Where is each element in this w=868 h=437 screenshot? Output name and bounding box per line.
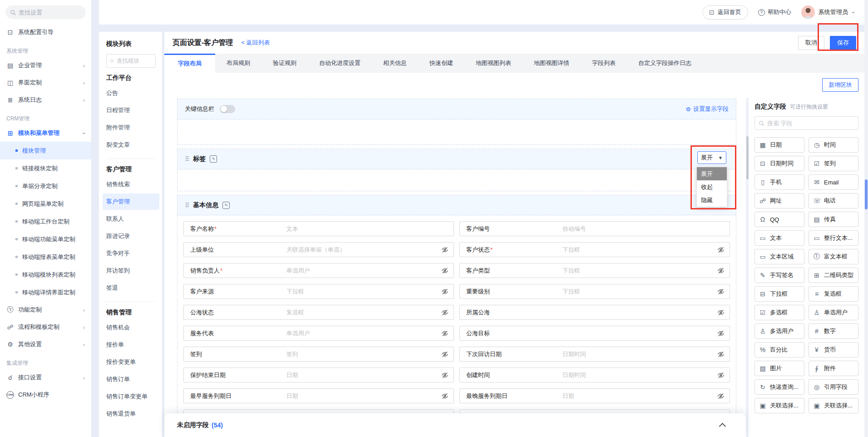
sidebar-subitem[interactable]: 链接模块定制	[5, 159, 86, 177]
tab-item[interactable]: 快速创建	[418, 54, 464, 73]
palette-field-button[interactable]: %百分比	[755, 342, 804, 358]
hide-field-icon[interactable]	[717, 351, 725, 358]
palette-field-button[interactable]: Ⓣ富文本框	[809, 249, 858, 264]
cancel-button[interactable]: 取消	[798, 36, 824, 50]
sidebar-subitem[interactable]: 移动端模块列表定制	[5, 266, 86, 283]
field-cell[interactable]: 销售负责人*单选用户	[183, 263, 454, 278]
field-cell[interactable]: 签到签到	[183, 347, 454, 362]
tab-item[interactable]: 自动化进度设置	[308, 54, 372, 73]
sidebar-item[interactable]: ☌接口设置›	[5, 369, 86, 386]
field-cell[interactable]: 最早服务到期日日期	[183, 388, 454, 403]
save-button[interactable]: 保存	[830, 36, 856, 50]
palette-field-button[interactable]: ♙单选用户	[809, 305, 858, 320]
hide-field-icon[interactable]	[717, 267, 725, 274]
window-scrollbar-thumb[interactable]	[865, 179, 868, 209]
sidebar-subitem[interactable]: 移动端报表菜单定制	[5, 248, 86, 266]
edit-section-icon[interactable]: ✎	[222, 202, 230, 209]
sidebar-subitem[interactable]: 网页端菜单定制	[5, 195, 86, 213]
module-item[interactable]: 销售退货单	[103, 406, 159, 422]
module-item[interactable]: 拜访签到	[103, 263, 159, 279]
field-cell[interactable]: 重要级别下拉框	[459, 284, 730, 299]
key-info-toggle[interactable]	[220, 105, 235, 113]
sidebar-subitem[interactable]: 移动端详情界面定制	[5, 283, 86, 301]
palette-field-button[interactable]: ✉Email	[809, 174, 858, 190]
tab-item[interactable]: 相关信息	[372, 54, 418, 73]
field-cell[interactable]: 客户类型下拉框	[459, 263, 730, 278]
unused-fields-bar[interactable]: 未启用字段 (54)	[164, 413, 746, 437]
sidebar-item[interactable]: Ⓨ功能定制›	[5, 301, 86, 318]
palette-field-button[interactable]: ▣关联选择...	[755, 398, 804, 413]
back-to-list-link[interactable]: < 返回列表	[241, 39, 270, 47]
module-item[interactable]: 客户管理	[103, 194, 159, 210]
module-item[interactable]: 销售订单变更单	[103, 388, 159, 405]
tab-item[interactable]: 布局规则	[215, 54, 261, 73]
display-fields-settings-link[interactable]: ⚙ 设置显示字段	[686, 105, 729, 113]
palette-field-button[interactable]: ▭文本区域	[755, 249, 804, 264]
palette-field-button[interactable]: ♙多选用户	[755, 323, 804, 339]
palette-field-button[interactable]: ΩQQ	[755, 212, 804, 227]
hide-field-icon[interactable]	[441, 372, 449, 379]
sidebar-item[interactable]: ⚙其他设置›	[5, 336, 86, 353]
hide-field-icon[interactable]	[441, 330, 449, 337]
palette-field-button[interactable]: ✎手写签名	[755, 268, 804, 283]
tab-item[interactable]: 验证规则	[261, 54, 308, 73]
palette-field-button[interactable]: ☑签到	[809, 156, 858, 171]
field-cell[interactable]: 服务代表单选用户	[183, 326, 454, 341]
sidebar-item[interactable]: ⊞模块和菜单管理›	[5, 124, 86, 142]
module-item[interactable]: 报价变更单	[103, 354, 159, 370]
field-search-input[interactable]	[767, 120, 840, 127]
hide-field-icon[interactable]	[441, 267, 449, 274]
tab-item[interactable]: 字段列表	[581, 54, 627, 73]
palette-field-button[interactable]: ▭整行文本...	[809, 230, 858, 246]
palette-field-button[interactable]: ▧图片	[755, 361, 804, 376]
palette-field-button[interactable]: ≡复选框	[809, 286, 858, 302]
field-cell[interactable]: 下次回访日期日期时间	[459, 347, 730, 362]
palette-field-button[interactable]: #数字	[809, 323, 858, 339]
hide-field-icon[interactable]	[441, 246, 449, 253]
help-center-button[interactable]: ? 帮助中心	[758, 8, 791, 16]
palette-field-button[interactable]: ☏电话	[809, 193, 858, 209]
field-cell[interactable]: 最晚服务到期日日期	[459, 388, 730, 403]
user-menu[interactable]: 系统管理员 ›	[801, 5, 854, 19]
tab-item[interactable]: 地图视图列表	[464, 54, 523, 73]
palette-field-button[interactable]: ◎引用字段	[809, 379, 858, 395]
field-cell[interactable]: 客户编号自动编号	[459, 221, 730, 236]
hide-field-icon[interactable]	[717, 288, 725, 295]
hide-field-icon[interactable]	[717, 372, 725, 379]
hide-field-icon[interactable]	[441, 392, 449, 400]
sidebar-item[interactable]: ▤企业管理›	[5, 57, 86, 74]
palette-field-button[interactable]: ⊡日期时间	[755, 156, 804, 171]
field-cell[interactable]: 客户名称*文本	[183, 221, 454, 236]
module-search-input[interactable]	[117, 58, 152, 64]
module-item[interactable]: 销售机会	[103, 319, 159, 336]
sidebar-subitem[interactable]: 移动端工作台定制	[5, 213, 86, 230]
field-cell[interactable]: 创建时间日期时间	[459, 367, 730, 382]
module-item[interactable]: 销售订单	[103, 371, 159, 387]
palette-field-button[interactable]: ⊟下拉框	[755, 286, 804, 302]
field-cell[interactable]: 上级单位关联选择单据（单选）	[183, 242, 454, 257]
add-block-button[interactable]: 新增区块	[822, 78, 858, 92]
palette-field-button[interactable]: ¥货币	[809, 342, 858, 358]
hide-field-icon[interactable]	[717, 330, 725, 337]
sidebar-item[interactable]: ≣系统日志›	[5, 91, 86, 109]
module-item[interactable]: 签退	[103, 280, 159, 296]
module-search[interactable]	[106, 54, 156, 68]
palette-field-button[interactable]: ☑多选框	[755, 305, 804, 320]
sidebar-subitem[interactable]: 单据分录定制	[5, 177, 86, 195]
hide-field-icon[interactable]	[441, 309, 449, 316]
drag-handle-icon[interactable]: ⠿	[185, 155, 189, 163]
field-cell[interactable]: 客户来源下拉框	[183, 284, 454, 299]
section-collapse-select[interactable]: 展开 ▼	[697, 151, 726, 164]
sidebar-item[interactable]: ☍流程和模板定制›	[5, 318, 86, 336]
palette-field-button[interactable]: ▣关联选择...	[809, 398, 858, 413]
tab-active[interactable]: 字段布局	[164, 54, 215, 73]
tab-item[interactable]: 地图视图详情	[523, 54, 581, 73]
sidebar-subitem[interactable]: 移动端功能菜单定制	[5, 230, 86, 248]
tab-item[interactable]: 自定义字段操作日志	[627, 54, 703, 73]
module-item[interactable]: 日程管理	[103, 102, 159, 119]
sidebar-item-config-guide[interactable]: ⊡ 系统配置引导	[5, 24, 86, 41]
hide-field-icon[interactable]	[717, 309, 725, 316]
palette-field-button[interactable]: ▭文本	[755, 230, 804, 246]
edit-section-icon[interactable]: ✎	[210, 155, 217, 163]
palette-field-button[interactable]: ∮附件	[809, 361, 858, 376]
